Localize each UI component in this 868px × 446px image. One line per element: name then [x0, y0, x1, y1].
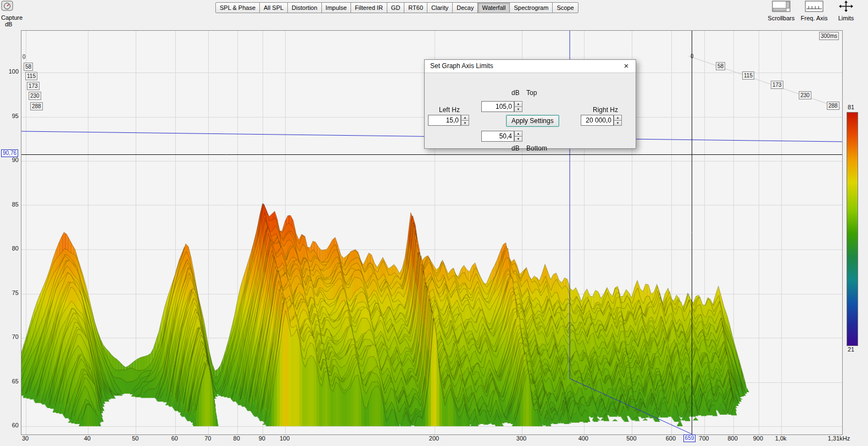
db-top-input[interactable]	[481, 101, 514, 112]
db-tick-label: 90	[4, 157, 19, 163]
tab-decay[interactable]: Decay	[452, 2, 478, 13]
capture-icon	[1, 1, 13, 14]
db-tick-label: 65	[4, 378, 19, 384]
db-axis-unit: dB	[5, 21, 12, 27]
limits-icon	[839, 1, 853, 14]
freq-tick-label: 800	[720, 435, 746, 442]
freq-tick-label: 300	[508, 435, 535, 442]
db-tick-label: 80	[4, 245, 19, 252]
color-scale	[847, 112, 858, 346]
axis-limits-dialog: Set Graph Axis Limits × dB Top ▲ ▼ Left …	[424, 59, 636, 149]
freq-tick-label: 1,31kHz	[826, 435, 852, 442]
cursor-freq-readout: 659	[683, 434, 696, 442]
cursor-db-readout: 90,76	[1, 149, 18, 157]
limits-button[interactable]: Limits	[830, 1, 863, 21]
left-hz-input[interactable]	[428, 115, 461, 126]
db-bottom-label: Bottom	[526, 144, 547, 152]
tab-spl-phase[interactable]: SPL & Phase	[215, 2, 260, 13]
scrollbars-icon	[771, 1, 791, 14]
scrollbars-label: Scrollbars	[765, 15, 798, 21]
tab-scope[interactable]: Scope	[552, 2, 578, 13]
tab-clarity[interactable]: Clarity	[427, 2, 453, 13]
tab-distortion[interactable]: Distortion	[287, 2, 321, 13]
color-scale-max: 81	[845, 104, 857, 110]
freq-tick-label: 80	[224, 435, 250, 442]
color-scale-min: 21	[845, 346, 857, 353]
left-hz-spinner: ▲ ▼	[461, 115, 469, 126]
rew-window: { "toolbar": { "active": "Waterfall", "t…	[0, 0, 868, 446]
db-tick-label: 75	[4, 289, 19, 296]
graph-tab-strip: SPL & PhaseAll SPLDistortionImpulseFilte…	[215, 2, 578, 13]
left-hz-label: Left Hz	[439, 106, 460, 114]
tab-rt60[interactable]: RT60	[404, 2, 427, 13]
dialog-titlebar[interactable]: Set Graph Axis Limits ×	[425, 60, 636, 73]
db-bottom-spinner: ▲ ▼	[514, 131, 522, 142]
spinner-down-icon[interactable]: ▼	[514, 107, 522, 113]
db-tick-label: 70	[4, 333, 19, 340]
right-hz-label: Right Hz	[593, 106, 618, 114]
freq-tick-label: 50	[122, 435, 148, 442]
right-hz-input[interactable]	[581, 115, 614, 126]
spinner-down-icon[interactable]: ▼	[614, 120, 622, 126]
freq-tick-label: 40	[74, 435, 101, 442]
freq-tick-label: 90	[249, 435, 275, 442]
apply-settings-button[interactable]: Apply Settings	[506, 115, 559, 127]
tab-filtered-ir[interactable]: Filtered IR	[350, 2, 387, 13]
close-icon[interactable]: ×	[621, 61, 631, 71]
db-tick-label: 100	[4, 68, 19, 75]
limits-label: Limits	[830, 15, 863, 21]
db-bottom-input[interactable]	[481, 131, 514, 142]
freq-tick-label: 60	[162, 435, 188, 442]
db-tick-label: 60	[4, 422, 19, 428]
dialog-body: dB Top ▲ ▼ Left Hz ▲ ▼ Apply Settings Ri…	[425, 73, 636, 148]
freq-tick-label: 400	[570, 435, 597, 442]
tab-impulse[interactable]: Impulse	[321, 2, 352, 13]
db-bottom-unit: dB	[511, 144, 520, 152]
right-hz-spinner: ▲ ▼	[614, 115, 622, 126]
freq-tick-label: 600	[658, 435, 684, 442]
dialog-title: Set Graph Axis Limits	[430, 62, 493, 70]
freq-axis-icon	[804, 1, 824, 14]
freq-tick-label: 30	[12, 435, 38, 442]
capture-button[interactable]: Capture	[1, 1, 26, 21]
tab-gd[interactable]: GD	[387, 2, 405, 13]
db-tick-label: 95	[4, 113, 19, 119]
freq-tick-label: 70	[194, 435, 221, 442]
spinner-down-icon[interactable]: ▼	[461, 120, 469, 126]
capture-label: Capture	[1, 14, 26, 21]
tab-all-spl[interactable]: All SPL	[259, 2, 288, 13]
freq-axis-label: Freq. Axis	[798, 15, 831, 21]
freq-tick-label: 700	[691, 435, 717, 442]
tab-spectrogram[interactable]: Spectrogram	[509, 2, 553, 13]
freq-tick-label: 900	[745, 435, 771, 442]
freq-axis-button[interactable]: Freq. Axis	[798, 1, 831, 21]
spinner-down-icon[interactable]: ▼	[514, 136, 522, 142]
freq-tick-label: 200	[421, 435, 447, 442]
db-tick-label: 85	[4, 201, 19, 208]
tab-waterfall[interactable]: Waterfall	[477, 2, 510, 13]
db-top-label: Top	[526, 89, 537, 97]
scrollbars-button[interactable]: Scrollbars	[765, 1, 798, 21]
db-top-unit: dB	[511, 89, 520, 97]
freq-tick-label: 500	[618, 435, 644, 442]
freq-tick-label: 1,0k	[767, 435, 794, 442]
freq-tick-label: 100	[271, 435, 298, 442]
db-top-spinner: ▲ ▼	[514, 101, 522, 112]
